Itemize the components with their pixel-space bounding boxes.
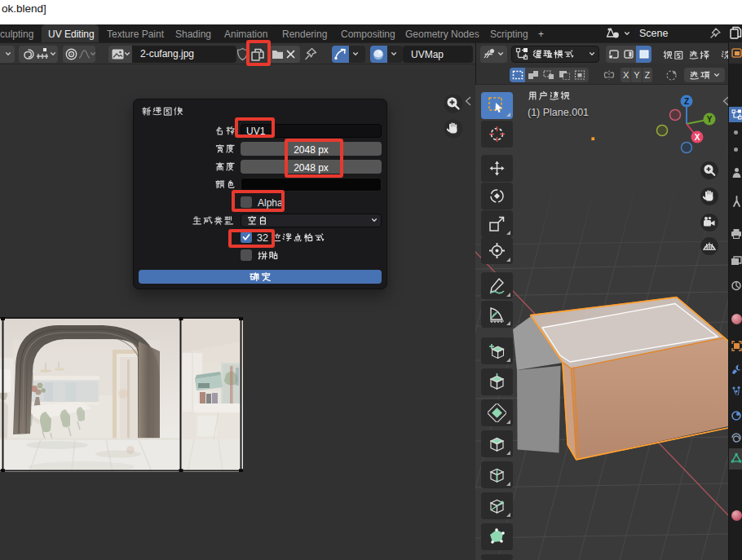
svg-text:Z: Z — [684, 97, 689, 106]
svg-text:X: X — [695, 133, 700, 142]
svg-text:Y: Y — [707, 115, 713, 124]
